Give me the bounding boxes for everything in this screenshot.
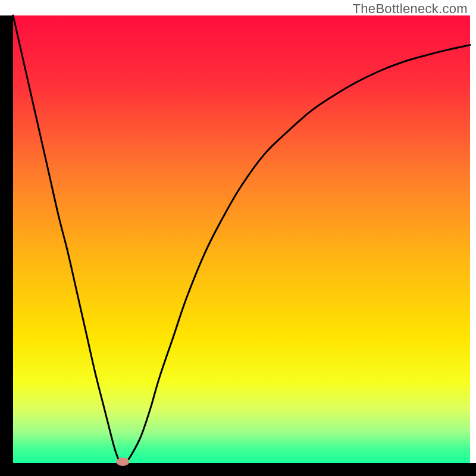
valley-marker	[116, 458, 129, 466]
plot-background	[13, 15, 470, 463]
x-axis	[0, 463, 476, 476]
bottleneck-chart	[0, 0, 476, 476]
chart-container: TheBottleneck.com	[0, 0, 476, 476]
watermark-text: TheBottleneck.com	[353, 1, 468, 17]
y-axis	[0, 15, 13, 476]
